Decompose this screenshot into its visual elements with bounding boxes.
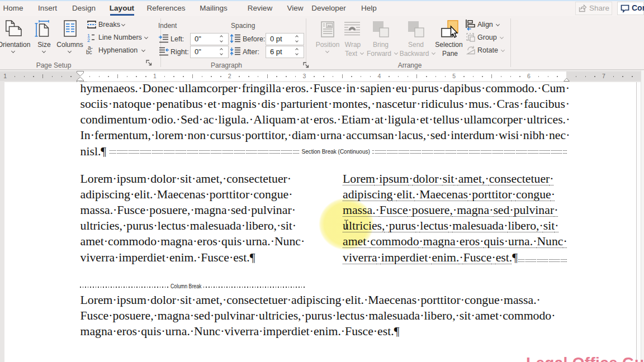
- svg-text:bc: bc: [86, 49, 92, 55]
- svg-text:2: 2: [87, 37, 90, 42]
